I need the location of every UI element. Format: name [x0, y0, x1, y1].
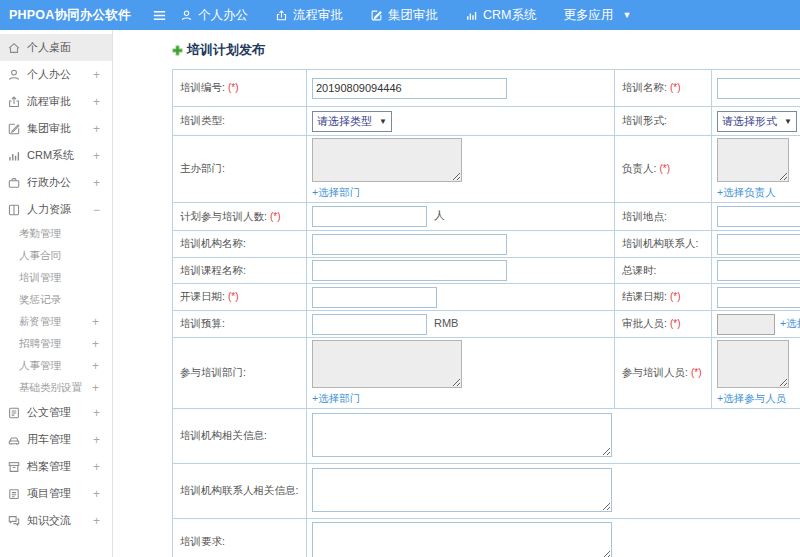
sidebar-item-label: 人力资源 — [27, 202, 71, 217]
select-value: 请选择类型 — [317, 114, 372, 129]
field-cell — [712, 70, 800, 107]
expand-indicator[interactable]: + — [93, 95, 100, 109]
planned-count-input[interactable] — [312, 206, 427, 227]
sidebar-item-project-management[interactable]: 项目管理 + — [0, 480, 112, 507]
field-cell: 请选择形式▼ — [712, 107, 800, 136]
org-contact-input[interactable] — [717, 234, 800, 255]
select-leader-link[interactable]: +选择负责人 — [717, 186, 800, 200]
training-form-select[interactable]: 请选择形式▼ — [717, 111, 797, 132]
location-input[interactable] — [717, 206, 800, 227]
select-dept-link[interactable]: +选择部门 — [312, 186, 609, 200]
sidebar-subitem-label: 基础类别设置 — [19, 381, 82, 395]
field-cell: RMB — [307, 311, 615, 338]
nav-group-approval[interactable]: 集团审批 — [370, 7, 438, 24]
sidebar-subitem-hr-contract[interactable]: 人事合同 — [0, 245, 112, 267]
sidebar-subitem-attendance-management[interactable]: 考勤管理 — [0, 223, 112, 245]
sidebar-subitem-recruitment-management[interactable]: 招聘管理 + — [0, 333, 112, 355]
sidebar-item-personal-desktop[interactable]: 个人桌面 — [0, 34, 112, 61]
flow-icon — [7, 95, 21, 109]
sidebar-subitem-training-management[interactable]: 培训管理 — [0, 267, 112, 289]
nav-more-apps[interactable]: 更多应用 ▼ — [563, 7, 631, 24]
field-label: 主办部门: — [173, 136, 307, 203]
sidebar-subitem-label: 人事合同 — [19, 249, 61, 263]
field-cell: +选择部门 — [307, 338, 615, 409]
page-title: 培训计划发布 — [172, 41, 800, 59]
expand-indicator[interactable]: + — [92, 315, 99, 329]
expand-indicator[interactable]: + — [93, 122, 100, 136]
select-approver-link[interactable]: +选择审批人员 — [780, 317, 800, 329]
archive-icon — [7, 460, 21, 474]
org-info-textarea[interactable] — [312, 413, 612, 457]
expand-indicator[interactable]: + — [93, 149, 100, 163]
sidebar-item-doc-management[interactable]: 公文管理 + — [0, 399, 112, 426]
expand-indicator[interactable]: + — [93, 433, 100, 447]
field-label: 培训机构相关信息: — [173, 409, 307, 464]
field-label: 参与培训人员:(*) — [615, 338, 712, 409]
expand-indicator[interactable]: + — [93, 487, 100, 501]
add-icon — [172, 45, 183, 56]
org-contact-info-textarea[interactable] — [312, 468, 612, 512]
approver-input[interactable] — [717, 314, 775, 335]
sidebar-item-crm-system[interactable]: CRM系统 + — [0, 142, 112, 169]
course-name-input[interactable] — [312, 260, 507, 281]
form-row: 培训要求: — [173, 519, 800, 557]
book-icon — [7, 203, 21, 217]
expand-indicator[interactable]: + — [93, 176, 100, 190]
home-icon — [7, 41, 21, 55]
nav-label: CRM系统 — [483, 7, 536, 24]
budget-input[interactable] — [312, 314, 427, 335]
training-no-input[interactable] — [312, 78, 507, 99]
nav-crm-system[interactable]: CRM系统 — [465, 7, 536, 24]
expand-indicator[interactable]: + — [92, 381, 99, 395]
field-cell: +选择审批人员 — [712, 311, 800, 338]
field-cell — [307, 464, 800, 519]
sidebar-item-label: 用车管理 — [27, 432, 71, 447]
field-label: 培训机构名称: — [173, 231, 307, 258]
sidebar-item-admin-office[interactable]: 行政办公 + — [0, 169, 112, 196]
form-row: 培训编号:(*) 培训名称:(*) — [173, 70, 800, 107]
sidebar-item-personal-office[interactable]: 个人办公 + — [0, 61, 112, 88]
select-join-people-link[interactable]: +选择参与人员 — [717, 392, 800, 406]
expand-indicator[interactable]: + — [92, 337, 99, 351]
sidebar-subitem-label: 薪资管理 — [19, 315, 61, 329]
nav-workflow-approval[interactable]: 流程审批 — [275, 7, 343, 24]
field-label: 参与培训部门: — [173, 338, 307, 409]
training-type-select[interactable]: 请选择类型▼ — [312, 111, 392, 132]
sidebar-subitem-reward-punishment[interactable]: 奖惩记录 — [0, 289, 112, 311]
car-icon — [7, 433, 21, 447]
sidebar-item-label: 知识交流 — [27, 513, 71, 528]
menu-toggle-icon[interactable] — [152, 8, 167, 23]
field-cell — [307, 231, 615, 258]
sidebar-item-group-approval[interactable]: 集团审批 + — [0, 115, 112, 142]
expand-indicator[interactable]: + — [93, 460, 100, 474]
collapse-indicator[interactable]: − — [93, 203, 100, 217]
nav-label: 个人办公 — [198, 7, 248, 24]
join-dept-textarea[interactable] — [312, 340, 462, 388]
training-name-input[interactable] — [717, 78, 800, 99]
requirement-textarea[interactable] — [312, 522, 612, 557]
sidebar-subitem-base-category-settings[interactable]: 基础类别设置 + — [0, 377, 112, 399]
sidebar-item-archive-management[interactable]: 档案管理 + — [0, 453, 112, 480]
org-name-input[interactable] — [312, 234, 507, 255]
start-date-input[interactable] — [312, 287, 437, 308]
leader-textarea[interactable] — [717, 138, 789, 182]
sidebar-item-human-resources[interactable]: 人力资源 − — [0, 196, 112, 223]
host-dept-textarea[interactable] — [312, 138, 462, 182]
expand-indicator[interactable]: + — [93, 406, 100, 420]
sidebar-subitem-salary-management[interactable]: 薪资管理 + — [0, 311, 112, 333]
end-date-input[interactable] — [717, 287, 800, 308]
sidebar-subitem-personnel-management[interactable]: 人事管理 + — [0, 355, 112, 377]
sidebar-item-vehicle-management[interactable]: 用车管理 + — [0, 426, 112, 453]
chart-icon — [7, 149, 21, 163]
join-people-textarea[interactable] — [717, 340, 789, 388]
expand-indicator[interactable]: + — [93, 68, 100, 82]
select-join-dept-link[interactable]: +选择部门 — [312, 392, 609, 406]
field-cell — [307, 70, 615, 107]
nav-personal-office[interactable]: 个人办公 — [180, 7, 248, 24]
expand-indicator[interactable]: + — [92, 359, 99, 373]
total-hours-input[interactable] — [717, 260, 800, 281]
field-label: 培训地点: — [615, 203, 712, 231]
sidebar-item-workflow-approval[interactable]: 流程审批 + — [0, 88, 112, 115]
sidebar-item-knowledge-exchange[interactable]: 知识交流 + — [0, 507, 112, 534]
expand-indicator[interactable]: + — [93, 514, 100, 528]
